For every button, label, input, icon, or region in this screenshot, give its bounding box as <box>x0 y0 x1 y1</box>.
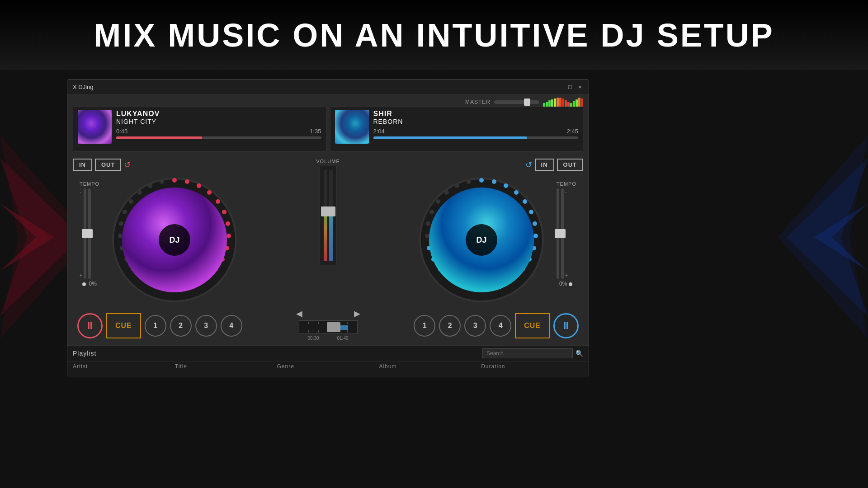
maximize-button[interactable]: □ <box>567 84 573 90</box>
left-pause-button[interactable]: ⏸ <box>77 313 103 338</box>
right-x-decoration <box>750 68 868 407</box>
crossfader-section: ◀ ▶ <box>294 309 362 341</box>
left-tempo-dot <box>82 282 86 286</box>
left-hot-cue-2[interactable]: 2 <box>170 315 192 337</box>
cf-tick <box>308 322 309 324</box>
right-track-info: SHIR REBORN 2:04 2:45 <box>335 110 579 144</box>
svg-point-40 <box>523 199 527 204</box>
crossfader-left-arrow[interactable]: ◀ <box>296 309 302 319</box>
right-hot-cue-3[interactable]: 3 <box>464 315 486 337</box>
left-progress-bar[interactable] <box>116 136 321 139</box>
svg-point-34 <box>160 179 164 184</box>
svg-point-32 <box>137 190 142 195</box>
right-fader-thumb <box>326 206 335 216</box>
vu-meter <box>543 98 583 107</box>
svg-point-8 <box>185 179 189 184</box>
left-vinyl-center: DJ <box>159 224 190 256</box>
right-fader-track[interactable] <box>329 170 333 261</box>
left-loop-icon[interactable]: ↺ <box>124 160 131 170</box>
right-hot-cue-1[interactable]: 1 <box>414 315 435 337</box>
svg-point-11 <box>216 199 220 204</box>
svg-point-13 <box>226 221 230 226</box>
left-track-current-time: 0:45 <box>116 128 127 135</box>
svg-point-60 <box>436 199 440 204</box>
playlist-area: Playlist 🔍 Artist Title Genre Album Dura… <box>67 345 589 377</box>
right-tempo-pct-value: 0% <box>559 281 567 287</box>
app-title: X DJing <box>73 84 94 90</box>
left-hot-cue-4[interactable]: 4 <box>221 315 242 337</box>
left-out-button[interactable]: OUT <box>95 159 121 171</box>
right-tempo-dot <box>569 282 572 286</box>
search-icon: 🔍 <box>576 350 583 357</box>
main-decks-area: IN OUT ↺ TEMPO - + <box>67 159 589 345</box>
right-track-panel: SHIR REBORN 2:04 2:45 <box>330 107 584 152</box>
vu-bar <box>576 99 578 107</box>
right-tempo-plus: + <box>565 273 568 278</box>
right-tempo-label: TEMPO <box>557 181 576 187</box>
col-genre: Genre <box>277 363 379 370</box>
crossfader-arrows-row: ◀ ▶ <box>294 309 362 319</box>
right-in-out-row: ↺ IN OUT <box>411 159 583 171</box>
right-hot-cue-4[interactable]: 4 <box>490 315 511 337</box>
left-deck: IN OUT ↺ TEMPO - + <box>73 159 245 341</box>
vu-bar <box>570 103 572 107</box>
right-pause-button[interactable]: ⏸ <box>553 313 579 338</box>
right-vinyl[interactable]: DJ <box>418 177 545 303</box>
playlist-header: Playlist 🔍 <box>67 346 589 361</box>
svg-point-31 <box>129 199 133 204</box>
right-out-button[interactable]: OUT <box>557 159 583 171</box>
right-tempo-thumb-2 <box>559 229 566 238</box>
center-column: VOLUME <box>294 159 362 341</box>
right-tempo-slider-1[interactable] <box>557 188 559 279</box>
vu-bar <box>578 98 580 107</box>
svg-point-7 <box>172 178 177 183</box>
left-vinyl[interactable]: DJ <box>111 177 238 303</box>
minimize-button[interactable]: − <box>557 84 563 90</box>
left-hot-cue-1[interactable]: 1 <box>145 315 166 337</box>
svg-point-38 <box>504 183 508 188</box>
svg-point-10 <box>207 190 212 195</box>
right-progress-bar[interactable] <box>373 136 579 139</box>
cf-tick <box>318 330 319 333</box>
col-duration: Duration <box>481 363 583 370</box>
right-cue-button[interactable]: CUE <box>515 313 550 338</box>
right-loop-icon[interactable]: ↺ <box>525 160 532 170</box>
left-tempo-slider-1[interactable] <box>84 188 86 279</box>
master-slider[interactable] <box>494 100 539 104</box>
main-heading: MIX MUSIC ON AN INTUITIVE DJ SETUP <box>94 17 774 54</box>
right-track-artist: SHIR <box>373 110 579 118</box>
svg-point-30 <box>123 210 127 214</box>
right-tempo-sliders <box>557 188 564 279</box>
cf-tick <box>308 330 309 333</box>
right-track-total-time: 2:45 <box>567 128 578 135</box>
search-input[interactable] <box>482 348 573 358</box>
left-hot-cue-3[interactable]: 3 <box>195 315 217 337</box>
left-tempo-slider-2[interactable] <box>88 188 91 279</box>
left-dj-logo: DJ <box>169 235 179 245</box>
search-row: 🔍 <box>482 348 583 358</box>
svg-point-58 <box>426 221 430 226</box>
vu-bar <box>562 99 564 107</box>
crossfader-track[interactable] <box>299 320 358 334</box>
left-in-out-row: IN OUT ↺ <box>73 159 245 171</box>
close-button[interactable]: × <box>577 84 583 90</box>
left-track-times: 0:45 1:35 <box>116 128 321 135</box>
right-hot-cue-2[interactable]: 2 <box>439 315 461 337</box>
vu-bar <box>573 101 575 107</box>
left-cue-button[interactable]: CUE <box>106 313 141 338</box>
right-deck: ↺ IN OUT <box>411 159 583 341</box>
vu-bar <box>559 98 561 107</box>
left-track-panel: LUKYANOV NIGHT CITY 0:45 1:35 <box>73 107 326 152</box>
svg-point-42 <box>533 221 537 226</box>
svg-point-37 <box>492 179 496 184</box>
right-tempo-slider-2[interactable] <box>561 188 564 279</box>
playlist-columns: Artist Title Genre Album Duration <box>67 361 589 371</box>
svg-point-29 <box>119 221 123 226</box>
crossfader-right-arrow[interactable]: ▶ <box>354 309 360 319</box>
left-tempo-pct-value: 0% <box>89 281 97 287</box>
playlist-title: Playlist <box>73 350 96 357</box>
right-track-title: REBORN <box>373 118 579 125</box>
right-track-times: 2:04 2:45 <box>373 128 579 135</box>
left-in-button[interactable]: IN <box>73 159 92 171</box>
right-in-button[interactable]: IN <box>535 159 554 171</box>
